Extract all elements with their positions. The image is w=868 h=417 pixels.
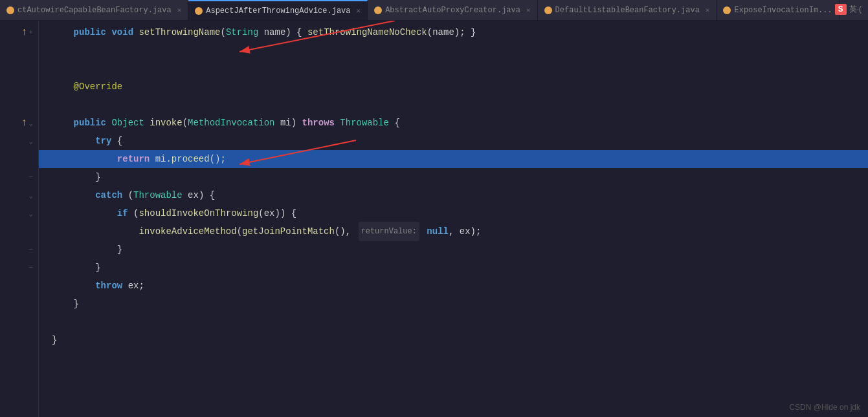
code-text — [133, 23, 139, 41]
code-content: public void setThrowingName ( String nam… — [39, 21, 868, 417]
code-text — [52, 78, 74, 96]
code-text — [52, 114, 74, 132]
tab-2-close[interactable]: ✕ — [357, 6, 361, 15]
tab-3[interactable]: AbstractAutoProxyCreator.java ✕ — [368, 0, 537, 20]
gutter-up-arrow-1: ↑ — [21, 27, 28, 38]
gutter-plus-1: + — [28, 28, 33, 36]
tab-5-label: ExposeInvocationIm... — [734, 6, 832, 15]
tab-4[interactable]: DefaultListableBeanFactory.java ✕ — [538, 0, 717, 20]
code-text — [106, 23, 111, 41]
code-keyword: catch — [95, 186, 122, 204]
code-text: Throwable — [133, 186, 183, 204]
code-text — [52, 204, 117, 222]
code-text — [421, 222, 427, 241]
code-text: ( — [122, 186, 133, 204]
code-text: } — [52, 168, 101, 186]
gutter-fold-7: ⌄ — [28, 137, 33, 145]
code-text: } — [52, 295, 79, 313]
code-keyword: void — [111, 23, 133, 41]
code-text: setThrowingNameNoCheck — [307, 23, 427, 41]
s-logo-area: S 英·( — [829, 0, 868, 19]
tab-3-label: AbstractAutoProxyCreator.java — [385, 6, 520, 15]
gutter-fold-9: − — [28, 173, 33, 181]
code-text — [52, 150, 117, 168]
code-line-18: } — [39, 331, 868, 349]
code-text: Object — [111, 114, 144, 132]
tab-5-icon — [723, 6, 731, 14]
code-text: (); — [210, 150, 226, 168]
gutter-row-17 — [0, 313, 38, 331]
gutter-row-18 — [0, 331, 38, 349]
code-text: mi. — [150, 150, 172, 168]
code-text: ex; — [122, 277, 144, 295]
code-line-13: } — [39, 241, 868, 259]
tab-5[interactable]: ExposeInvocationIm... — [717, 0, 839, 20]
gutter-row-1: ↑ + — [0, 23, 38, 41]
gutter-row-11: ⌄ — [0, 204, 38, 222]
code-text: invoke — [150, 114, 182, 132]
gutter-row-2 — [0, 41, 38, 59]
code-line-10: catch ( Throwable ex) { — [39, 186, 868, 204]
code-text: MethodInvocation — [188, 114, 274, 132]
tab-2-icon — [195, 7, 203, 15]
code-line-14: } — [39, 259, 868, 277]
code-text: } — [52, 331, 57, 349]
code-line-4: @Override — [39, 78, 868, 96]
tab-4-close[interactable]: ✕ — [706, 6, 710, 14]
code-line-17 — [39, 313, 868, 331]
tab-1[interactable]: ctAutowireCapableBeanFactory.java ✕ — [0, 0, 188, 20]
gutter-fold-11: ⌄ — [28, 209, 33, 218]
code-line-3 — [39, 59, 868, 78]
gutter-row-12 — [0, 222, 38, 241]
code-text: (ex)) { — [258, 204, 296, 222]
code-line-2 — [39, 41, 868, 59]
code-line-8: return mi. proceed (); — [39, 150, 868, 168]
code-line-7: try { — [39, 132, 868, 150]
tab-bar: ctAutowireCapableBeanFactory.java ✕ Aspe… — [0, 0, 868, 21]
code-line-6: public Object invoke ( MethodInvocation … — [39, 114, 868, 132]
code-text: proceed — [172, 150, 210, 168]
code-annotation: @Override — [74, 78, 123, 96]
gutter-row-7: ⌄ — [0, 132, 38, 150]
code-keyword: public — [74, 23, 106, 41]
gutter-row-5 — [0, 96, 38, 114]
tab-3-close[interactable]: ✕ — [526, 6, 531, 14]
code-text: setThrowingName — [139, 23, 220, 41]
code-line-9: } — [39, 168, 868, 186]
gutter-row-13: − — [0, 241, 38, 259]
tab-2-label: AspectJAfterThrowingAdvice.java — [206, 6, 350, 16]
code-text: ( — [183, 114, 188, 132]
code-text — [52, 132, 95, 150]
tab-2[interactable]: AspectJAfterThrowingAdvice.java ✕ — [188, 0, 368, 20]
gutter-fold-6: ⌄ — [28, 119, 33, 127]
code-text: } — [52, 241, 122, 259]
code-text — [52, 277, 95, 295]
code-text: ( — [220, 23, 225, 41]
gutter-row-6: ↑ ⌄ — [0, 114, 38, 132]
tab-1-icon — [6, 6, 14, 14]
code-keyword: throw — [95, 277, 122, 295]
s-logo-text: 英·( — [849, 4, 862, 15]
s-logo-icon: S — [835, 4, 847, 15]
tab-4-icon — [544, 6, 552, 14]
tab-1-close[interactable]: ✕ — [177, 6, 182, 14]
gutter-row-15 — [0, 277, 38, 295]
code-line-1: public void setThrowingName ( String nam… — [39, 23, 868, 41]
gutter-fold-10: ⌄ — [28, 191, 33, 200]
gutter-up-arrow-2: ↑ — [21, 117, 28, 129]
code-text: ( — [237, 222, 242, 241]
gutter-row-10: ⌄ — [0, 186, 38, 204]
code-text: } — [52, 259, 101, 277]
code-text — [52, 222, 139, 241]
code-keyword: public — [74, 114, 106, 132]
gutter: ↑ + ↑ ⌄ ⌄ − ⌄ ⌄ — [0, 21, 39, 417]
code-text: , ex); — [449, 222, 481, 241]
code-line-16: } — [39, 295, 868, 313]
tab-3-icon — [374, 6, 382, 14]
watermark: CSDN @Hide on jdk — [789, 403, 860, 412]
code-text: getJoinPointMatch — [242, 222, 335, 241]
code-keyword-throws: throws — [302, 114, 335, 132]
code-text: (), — [335, 222, 357, 241]
code-text: (name); } — [427, 23, 476, 41]
gutter-fold-14: − — [28, 264, 33, 272]
